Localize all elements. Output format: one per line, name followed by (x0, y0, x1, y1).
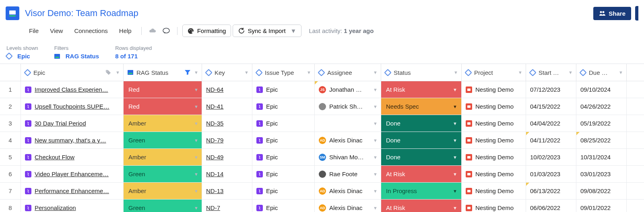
chevron-down-icon[interactable]: ▼ (453, 121, 457, 126)
share-button[interactable]: Share (593, 7, 631, 20)
key-cell[interactable]: ND-79 (202, 132, 252, 148)
epic-link[interactable]: 30 Day Trial Period (35, 120, 86, 127)
project-cell[interactable]: Nesting Demo (462, 166, 526, 182)
project-cell[interactable]: Nesting Demo (462, 149, 526, 165)
chevron-down-icon[interactable]: ▼ (373, 189, 378, 193)
key-link[interactable]: ND-13 (206, 187, 223, 194)
header-status[interactable]: Status▼ (381, 64, 462, 81)
project-cell[interactable]: Nesting Demo (462, 200, 526, 212)
epic-cell[interactable]: Upsell Touchpoints SUPE… (21, 98, 124, 115)
chevron-down-icon[interactable]: ▼ (619, 70, 623, 75)
epic-cell[interactable]: Improved Class Experien… (21, 81, 124, 98)
chevron-down-icon[interactable]: ▼ (373, 138, 378, 143)
menu-help[interactable]: Help (114, 25, 136, 37)
status-cell[interactable]: Done▼ (381, 149, 462, 165)
start-date-cell[interactable]: 10/02/2023 (526, 149, 576, 165)
chevron-down-icon[interactable]: ▼ (518, 70, 522, 75)
chevron-down-icon[interactable]: ▼ (453, 189, 457, 193)
issue-type-cell[interactable]: Epic (252, 115, 315, 132)
start-date-cell[interactable]: 04/04/2022 (526, 115, 576, 132)
assignee-cell[interactable]: Rae Foote▼ (315, 166, 381, 182)
key-link[interactable]: ND-64 (206, 86, 223, 93)
key-cell[interactable]: ND-35 (202, 115, 252, 132)
status-cell[interactable]: At Risk▼ (381, 81, 462, 98)
table-row[interactable]: 8 Personalization Green▼ ND-7 Epic AD Al… (0, 200, 644, 212)
start-date-cell[interactable]: 07/12/2023 (526, 81, 576, 98)
menu-view[interactable]: View (45, 25, 68, 37)
key-link[interactable]: ND-14 (206, 171, 223, 177)
key-cell[interactable]: ND-14 (202, 166, 252, 182)
key-cell[interactable]: ND-7 (202, 200, 252, 212)
start-date-cell[interactable]: 06/13/2022 (526, 183, 576, 199)
key-link[interactable]: ND-41 (206, 103, 223, 110)
epic-cell[interactable]: Personalization (21, 200, 124, 212)
epic-link[interactable]: Upsell Touchpoints SUPE… (35, 103, 109, 110)
due-date-cell[interactable]: 04/26/2022 (576, 98, 627, 115)
chevron-down-icon[interactable]: ▼ (194, 206, 198, 210)
chevron-down-icon[interactable]: ▼ (194, 138, 198, 143)
project-cell[interactable]: Nesting Demo (462, 98, 526, 115)
rows-displayed-block[interactable]: Rows displayed 8 of 171 (115, 45, 152, 60)
project-cell[interactable]: Nesting Demo (462, 132, 526, 148)
chevron-down-icon[interactable]: ▼ (453, 87, 457, 92)
chevron-down-icon[interactable]: ▼ (194, 70, 198, 75)
due-date-cell[interactable]: 09/01/2022 (576, 200, 627, 212)
right-edge-panel[interactable] (635, 6, 638, 21)
key-link[interactable]: ND-49 (206, 154, 223, 161)
epic-cell[interactable]: Performance Enhanceme… (21, 183, 124, 199)
rag-status-cell[interactable]: Green▼ (124, 132, 202, 148)
comments-icon[interactable] (160, 25, 172, 37)
key-cell[interactable]: ND-41 (202, 98, 252, 115)
header-project[interactable]: Project▼ (462, 64, 526, 81)
due-date-cell[interactable]: 10/31/2024 (576, 149, 627, 165)
issue-type-cell[interactable]: Epic (252, 81, 315, 98)
chevron-down-icon[interactable]: ▼ (373, 70, 378, 75)
chevron-down-icon[interactable]: ▼ (244, 70, 249, 75)
chevron-down-icon[interactable]: ▼ (194, 172, 198, 177)
start-date-cell[interactable]: 04/15/2022 (526, 98, 576, 115)
rag-status-cell[interactable]: Green▼ (124, 166, 202, 182)
start-date-cell[interactable]: 01/03/2023 (526, 166, 576, 182)
chevron-down-icon[interactable]: ▼ (373, 87, 378, 92)
key-cell[interactable]: ND-13 (202, 183, 252, 199)
status-cell[interactable]: At Risk▼ (381, 166, 462, 182)
header-key[interactable]: Key▼ (202, 64, 252, 81)
epic-cell[interactable]: 30 Day Trial Period (21, 115, 124, 132)
assignee-cell[interactable]: AD Alexis Dinac▼ (315, 132, 381, 148)
chevron-down-icon[interactable]: ▼ (373, 104, 378, 109)
epic-link[interactable]: Performance Enhanceme… (35, 187, 109, 194)
status-cell[interactable]: Done▼ (381, 115, 462, 132)
key-link[interactable]: ND-79 (206, 137, 223, 144)
issue-type-cell[interactable]: Epic (252, 132, 315, 148)
levels-shown-block[interactable]: Levels shown Epic (6, 45, 38, 60)
chevron-down-icon[interactable]: ▼ (116, 70, 120, 75)
chevron-down-icon[interactable]: ▼ (194, 104, 198, 109)
key-link[interactable]: ND-7 (206, 204, 220, 211)
header-rag-status[interactable]: RAG Status ▼ (124, 64, 202, 81)
due-date-cell[interactable]: 09/08/2022 (576, 183, 627, 199)
rag-status-cell[interactable]: Green▼ (124, 200, 202, 212)
chevron-down-icon[interactable]: ▼ (373, 155, 378, 160)
issue-type-cell[interactable]: Epic (252, 166, 315, 182)
chevron-down-icon[interactable]: ▼ (453, 155, 457, 160)
chevron-down-icon[interactable]: ▼ (307, 70, 311, 75)
project-cell[interactable]: Nesting Demo (462, 183, 526, 199)
formatting-button[interactable]: Formatting (182, 25, 231, 37)
rag-status-cell[interactable]: Amber▼ (124, 183, 202, 199)
due-date-cell[interactable]: 03/01/2023 (576, 166, 627, 182)
header-assignee[interactable]: Assignee▼ (315, 64, 381, 81)
chevron-down-icon[interactable]: ▼ (194, 87, 198, 92)
assignee-cell[interactable]: Patrick Sh…▼ (315, 98, 381, 115)
status-cell[interactable]: Needs Spec▼ (381, 98, 462, 115)
issue-type-cell[interactable]: Epic (252, 200, 315, 212)
header-issue-type[interactable]: Issue Type▼ (252, 64, 315, 81)
rag-status-cell[interactable]: Red▼ (124, 81, 202, 98)
epic-link[interactable]: Improved Class Experien… (35, 86, 108, 93)
assignee-cell[interactable]: AD Alexis Dinac▼ (315, 200, 381, 212)
header-start-date[interactable]: Start …▼ (526, 64, 576, 81)
status-cell[interactable]: At Risk▼ (381, 200, 462, 212)
chevron-down-icon[interactable]: ▼ (194, 189, 198, 193)
epic-link[interactable]: Video Player Enhanceme… (35, 171, 109, 177)
header-epic[interactable]: Epic ▼ (21, 64, 124, 81)
status-cell[interactable]: In Progress▼ (381, 183, 462, 199)
